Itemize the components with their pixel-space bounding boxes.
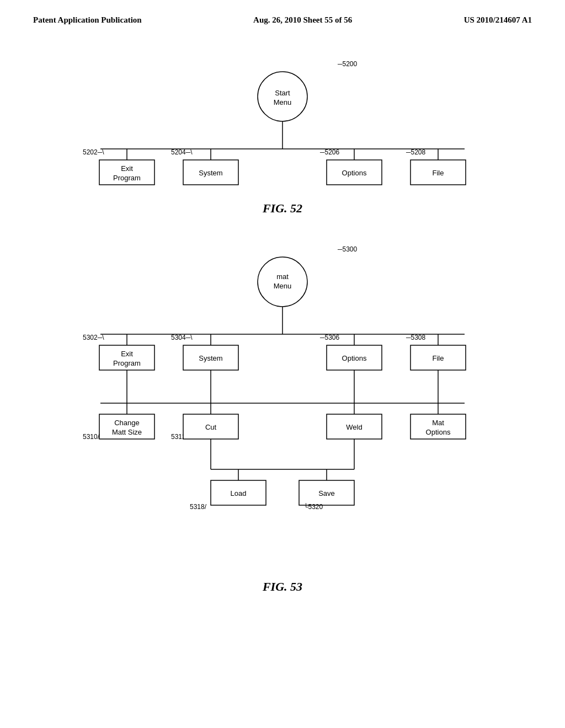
page-header: Patent Application Publication Aug. 26, … xyxy=(0,0,565,25)
node-save-text: Save xyxy=(318,489,335,497)
node-start-text1: Start xyxy=(275,89,290,97)
page: Patent Application Publication Aug. 26, … xyxy=(0,0,565,611)
label-5306: ─5306 xyxy=(319,334,340,341)
node-exit-text2: Program xyxy=(113,174,141,182)
node-load-text: Load xyxy=(231,489,247,497)
node-start-text2: Menu xyxy=(274,98,292,106)
label-5318: 5318/ xyxy=(190,503,207,511)
node-weld-text: Weld xyxy=(346,423,362,431)
figure-53: ─5300 mat Menu 5302─\ 5304─\ ─5306 ─530 xyxy=(34,232,531,599)
node-system-text: System xyxy=(199,169,222,177)
node-system-53-text: System xyxy=(199,354,222,362)
fig52-svg: ─5200 Start Menu 5202─\ 5204─\ ─5206 ─5 xyxy=(45,41,520,196)
node-exit-text1: Exit xyxy=(121,164,133,173)
node-exit-53-text1: Exit xyxy=(121,350,133,358)
fig53-label: FIG. 53 xyxy=(34,580,531,594)
node-change-text1: Change xyxy=(114,419,140,427)
node-options-53-text: Options xyxy=(342,354,367,362)
figure-52: ─5200 Start Menu 5202─\ 5204─\ ─5206 ─5 xyxy=(34,41,531,221)
node-mat-text2: Menu xyxy=(274,282,292,290)
node-matopt-text1: Mat xyxy=(432,419,444,427)
header-right: US 2010/214607 A1 xyxy=(464,15,532,25)
header-middle: Aug. 26, 2010 Sheet 55 of 56 xyxy=(253,15,352,25)
node-file-text: File xyxy=(433,169,444,177)
header-left: Patent Application Publication xyxy=(33,15,142,25)
label-5304: 5304─\ xyxy=(171,334,193,341)
label-5302: 5302─\ xyxy=(83,334,104,341)
fig53-svg: ─5300 mat Menu 5302─\ 5304─\ ─5306 ─530 xyxy=(45,232,520,574)
label-5308: ─5308 xyxy=(406,334,426,341)
node-cut-text: Cut xyxy=(205,423,217,431)
label-5204: 5204─\ xyxy=(171,148,193,156)
node-change-text2: Matt Size xyxy=(112,428,142,436)
label-5310: 5310/ xyxy=(83,433,100,441)
label-5206: ─5206 xyxy=(319,148,340,156)
node-exit-53-text2: Program xyxy=(113,359,141,367)
label-5320: └5320 xyxy=(303,503,323,511)
fig52-label: FIG. 52 xyxy=(34,201,531,216)
diagrams-container: ─5200 Start Menu 5202─\ 5204─\ ─5206 ─5 xyxy=(0,25,565,611)
label-5200: ─5200 xyxy=(337,60,358,68)
label-5208: ─5208 xyxy=(406,148,426,156)
node-file-53-text: File xyxy=(433,354,444,362)
label-5300: ─5300 xyxy=(337,245,358,253)
node-mat-text1: mat xyxy=(276,272,289,281)
label-5202: 5202─\ xyxy=(83,148,104,156)
node-options-text: Options xyxy=(342,169,367,177)
node-matopt-text2: Options xyxy=(426,428,451,436)
